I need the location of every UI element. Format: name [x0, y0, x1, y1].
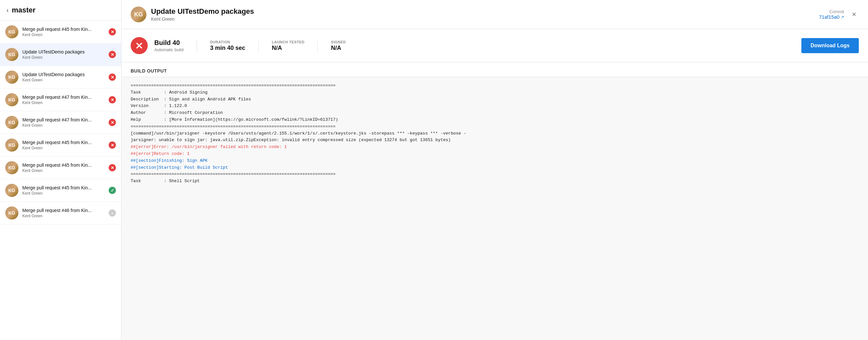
close-button[interactable]: ×: [849, 9, 859, 20]
sidebar-item-subtitle: Kent Green: [22, 214, 108, 218]
sidebar: ‹ master KGMerge pull request #45 from K…: [0, 0, 121, 340]
header-actions: Commit 71af15a0 ↗ ×: [819, 9, 859, 20]
duration-label: DURATION: [210, 40, 245, 44]
sidebar-item-9[interactable]: KGMerge pull request #46 from Kin...Kent…: [0, 202, 121, 224]
sidebar-item-title: Merge pull request #47 from Kin...: [22, 117, 98, 122]
sidebar-item-title: Merge pull request #47 from Kin...: [22, 94, 98, 100]
output-line: Version : 1.122.0: [131, 103, 859, 110]
output-line: ========================================…: [131, 82, 859, 89]
avatar: KG: [5, 25, 19, 38]
output-line: ##[error]Error: /usr/bin/jarsigner faile…: [131, 144, 859, 151]
output-line: ##[section]Finishing: Sign APK: [131, 157, 859, 164]
sidebar-item-title: Update UITestDemo packages: [22, 49, 98, 55]
sidebar-item-title: Merge pull request #46 from Kin...: [22, 208, 98, 213]
signed-stat: SIGNED N/A: [331, 40, 346, 52]
sidebar-item-subtitle: Kent Green: [22, 146, 108, 150]
sidebar-item-text: Update UITestDemo packagesKent Green: [22, 49, 108, 60]
status-badge: ✕: [108, 51, 116, 58]
sidebar-item-text: Merge pull request #45 from Kin...Kent G…: [22, 185, 108, 195]
divider-3: [317, 39, 318, 52]
main-header: KG Update UITestDemo packages Kent Green…: [121, 0, 868, 29]
build-info-bar: Build 40 Automatic build DURATION 3 min …: [121, 29, 868, 62]
commit-label: Commit: [819, 9, 844, 14]
sidebar-header[interactable]: ‹ master: [0, 0, 121, 21]
status-badge: ✓: [108, 187, 116, 194]
build-type: Automatic build: [154, 47, 184, 52]
duration-stat: DURATION 3 min 40 sec: [210, 40, 245, 52]
sidebar-item-subtitle: Kent Green: [22, 55, 108, 60]
build-output-content: ========================================…: [121, 77, 868, 190]
divider-2: [258, 39, 259, 52]
launch-tested-value: N/A: [272, 44, 304, 52]
avatar: KG: [5, 116, 19, 129]
sidebar-item-text: Merge pull request #45 from Kin...Kent G…: [22, 27, 108, 37]
sidebar-item-subtitle: Kent Green: [22, 32, 108, 37]
back-chevron-icon[interactable]: ‹: [6, 7, 8, 14]
divider-1: [197, 39, 197, 52]
sidebar-item-text: Merge pull request #45 from Kin...Kent G…: [22, 162, 108, 173]
avatar: KG: [5, 93, 19, 106]
avatar: KG: [5, 48, 19, 61]
sidebar-item-title: Update UITestDemo packages: [22, 72, 98, 77]
sidebar-item-subtitle: Kent Green: [22, 123, 108, 128]
output-line: ========================================…: [131, 123, 859, 130]
output-line: Task : Shell Script: [131, 178, 859, 185]
status-badge: ✕: [108, 73, 116, 81]
avatar: KG: [5, 138, 19, 152]
sidebar-item-5[interactable]: KGMerge pull request #47 from Kin...Kent…: [0, 111, 121, 134]
sidebar-item-title: Merge pull request #45 from Kin...: [22, 140, 98, 145]
sidebar-item-subtitle: Kent Green: [22, 191, 108, 195]
sidebar-item-subtitle: Kent Green: [22, 100, 108, 105]
sidebar-item-text: Merge pull request #47 from Kin...Kent G…: [22, 117, 108, 128]
status-badge: ✕: [108, 119, 116, 126]
build-number: Build 40: [154, 39, 184, 47]
commit-info: Commit 71af15a0 ↗: [819, 9, 844, 20]
status-badge: ✕: [108, 96, 116, 103]
build-output-section: BUILD OUTPUT ===========================…: [121, 62, 868, 340]
sidebar-item-1[interactable]: KGMerge pull request #45 from Kin...Kent…: [0, 21, 121, 43]
sidebar-item-2[interactable]: KGUpdate UITestDemo packagesKent Green✕: [0, 43, 121, 66]
external-link-icon[interactable]: ↗: [841, 15, 844, 19]
output-line: ##[section]Starting: Post Build Script: [131, 164, 859, 171]
output-line: jarsigner: unable to sign jar: java.util…: [131, 137, 859, 144]
sidebar-item-8[interactable]: KGMerge pull request #45 from Kin...Kent…: [0, 179, 121, 202]
sidebar-item-title: Merge pull request #45 from Kin...: [22, 27, 98, 32]
output-line: [command]/usr/bin/jarsigner -keystore /U…: [131, 130, 859, 137]
output-line: ========================================…: [131, 171, 859, 178]
launch-tested-label: LAUNCH TESTED: [272, 40, 304, 44]
sidebar-item-3[interactable]: KGUpdate UITestDemo packagesKent Green✕: [0, 66, 121, 89]
sidebar-item-text: Merge pull request #47 from Kin...Kent G…: [22, 94, 108, 105]
sidebar-item-4[interactable]: KGMerge pull request #47 from Kin...Kent…: [0, 89, 121, 111]
sidebar-item-title: Merge pull request #45 from Kin...: [22, 162, 98, 168]
avatar: KG: [5, 184, 19, 197]
sidebar-item-text: Update UITestDemo packagesKent Green: [22, 72, 108, 82]
output-line: ##[error]Return code: 1: [131, 151, 859, 157]
output-line: Description : Sign and align Android APK…: [131, 96, 859, 103]
error-x-icon: [134, 41, 144, 50]
avatar: KG: [5, 161, 19, 174]
sidebar-item-6[interactable]: KGMerge pull request #45 from Kin...Kent…: [0, 134, 121, 157]
avatar: KG: [5, 207, 19, 220]
commit-hash[interactable]: 71af15a0 ↗: [819, 14, 844, 20]
output-line: Author : Microsoft Corporation: [131, 110, 859, 117]
signed-label: SIGNED: [331, 40, 346, 44]
status-badge: ✕: [108, 164, 116, 171]
avatar: KG: [131, 6, 147, 22]
header-text: Update UITestDemo packages Kent Green: [151, 7, 819, 22]
download-logs-button[interactable]: Download Logs: [801, 38, 859, 53]
status-badge: ✕: [108, 28, 116, 35]
sidebar-item-text: Merge pull request #45 from Kin...Kent G…: [22, 140, 108, 150]
status-badge: ✕: [108, 142, 116, 149]
main-panel: KG Update UITestDemo packages Kent Green…: [121, 0, 868, 340]
build-title-area: Build 40 Automatic build: [154, 39, 184, 52]
sidebar-item-subtitle: Kent Green: [22, 168, 108, 173]
signed-value: N/A: [331, 44, 346, 52]
sidebar-items-list: KGMerge pull request #45 from Kin...Kent…: [0, 21, 121, 224]
output-line: Help : [More Information](https://go.mic…: [131, 117, 859, 123]
sidebar-item-7[interactable]: KGMerge pull request #45 from Kin...Kent…: [0, 157, 121, 179]
duration-value: 3 min 40 sec: [210, 44, 245, 52]
build-author: Kent Green: [151, 17, 819, 22]
build-title: Update UITestDemo packages: [151, 7, 819, 16]
avatar: KG: [5, 70, 19, 84]
sidebar-item-text: Merge pull request #46 from Kin...Kent G…: [22, 208, 108, 218]
